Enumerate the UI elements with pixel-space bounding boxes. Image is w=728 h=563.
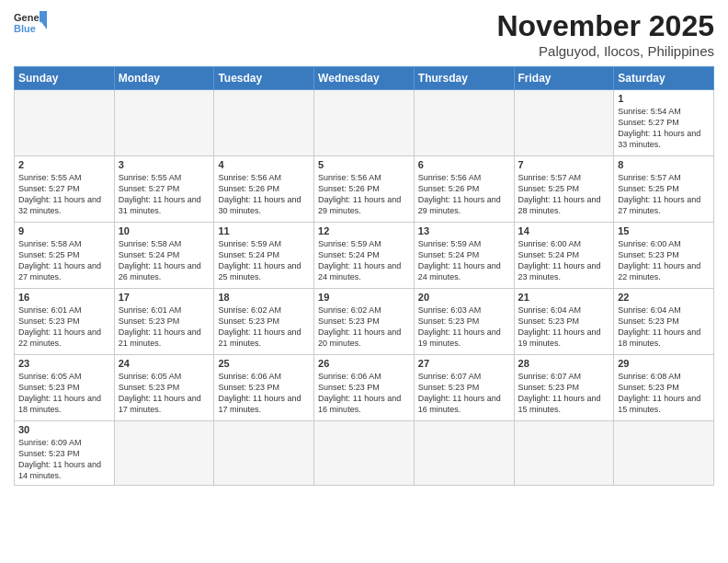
- day-info: Sunrise: 5:57 AM Sunset: 5:25 PM Dayligh…: [518, 172, 610, 217]
- day-number: 13: [418, 225, 510, 236]
- calendar-cell: [314, 421, 415, 486]
- day-info: Sunrise: 5:56 AM Sunset: 5:26 PM Dayligh…: [418, 172, 510, 217]
- day-info: Sunrise: 5:54 AM Sunset: 5:27 PM Dayligh…: [618, 106, 710, 151]
- calendar-cell: [414, 421, 514, 486]
- day-info: Sunrise: 5:59 AM Sunset: 5:24 PM Dayligh…: [418, 238, 510, 283]
- day-info: Sunrise: 6:03 AM Sunset: 5:23 PM Dayligh…: [418, 304, 510, 350]
- day-number: 19: [318, 292, 410, 303]
- day-number: 10: [119, 225, 210, 236]
- day-number: 2: [18, 159, 110, 170]
- calendar-week-2: 2Sunrise: 5:55 AM Sunset: 5:27 PM Daylig…: [15, 156, 714, 223]
- location-subtitle: Palguyod, Ilocos, Philippines: [496, 43, 714, 59]
- day-info: Sunrise: 6:01 AM Sunset: 5:23 PM Dayligh…: [119, 304, 210, 350]
- day-number: 5: [318, 159, 410, 170]
- day-number: 28: [518, 358, 610, 369]
- day-info: Sunrise: 6:00 AM Sunset: 5:24 PM Dayligh…: [518, 238, 610, 283]
- day-number: 8: [618, 159, 710, 170]
- calendar-cell: 19Sunrise: 6:02 AM Sunset: 5:23 PM Dayli…: [314, 289, 415, 355]
- day-number: 3: [119, 159, 210, 170]
- calendar-cell: 14Sunrise: 6:00 AM Sunset: 5:24 PM Dayli…: [514, 223, 614, 289]
- calendar-cell: [414, 90, 514, 156]
- svg-text:Blue: Blue: [14, 23, 36, 34]
- day-number: 30: [18, 424, 110, 435]
- calendar-cell: 4Sunrise: 5:56 AM Sunset: 5:26 PM Daylig…: [214, 156, 314, 223]
- calendar-cell: [114, 421, 214, 486]
- calendar-table: Sunday Monday Tuesday Wednesday Thursday…: [14, 66, 714, 486]
- day-info: Sunrise: 5:58 AM Sunset: 5:24 PM Dayligh…: [119, 238, 210, 283]
- day-info: Sunrise: 6:04 AM Sunset: 5:23 PM Dayligh…: [518, 304, 610, 350]
- calendar-cell: [314, 90, 415, 156]
- day-number: 17: [119, 292, 210, 303]
- day-number: 6: [418, 159, 510, 170]
- day-info: Sunrise: 6:06 AM Sunset: 5:23 PM Dayligh…: [218, 371, 310, 416]
- header-row: Sunday Monday Tuesday Wednesday Thursday…: [15, 67, 714, 90]
- day-info: Sunrise: 6:08 AM Sunset: 5:23 PM Dayligh…: [618, 371, 710, 416]
- day-number: 4: [218, 159, 310, 170]
- logo: General Blue: [14, 9, 47, 35]
- calendar-cell: 11Sunrise: 5:59 AM Sunset: 5:24 PM Dayli…: [214, 223, 314, 289]
- col-friday: Friday: [514, 67, 614, 90]
- calendar-cell: 5Sunrise: 5:56 AM Sunset: 5:26 PM Daylig…: [314, 156, 415, 223]
- day-info: Sunrise: 6:02 AM Sunset: 5:23 PM Dayligh…: [318, 304, 410, 350]
- title-area: November 2025 Palguyod, Ilocos, Philippi…: [496, 9, 714, 59]
- day-number: 27: [418, 358, 510, 369]
- calendar-cell: [114, 90, 214, 156]
- calendar-cell: 26Sunrise: 6:06 AM Sunset: 5:23 PM Dayli…: [314, 355, 415, 421]
- calendar-week-1: 1Sunrise: 5:54 AM Sunset: 5:27 PM Daylig…: [15, 90, 714, 156]
- day-info: Sunrise: 5:59 AM Sunset: 5:24 PM Dayligh…: [318, 238, 410, 283]
- calendar-cell: 13Sunrise: 5:59 AM Sunset: 5:24 PM Dayli…: [414, 223, 514, 289]
- day-info: Sunrise: 6:05 AM Sunset: 5:23 PM Dayligh…: [119, 371, 210, 416]
- day-number: 1: [618, 93, 710, 104]
- day-info: Sunrise: 6:01 AM Sunset: 5:23 PM Dayligh…: [18, 304, 110, 350]
- calendar-cell: 23Sunrise: 6:05 AM Sunset: 5:23 PM Dayli…: [15, 355, 115, 421]
- calendar-cell: 24Sunrise: 6:05 AM Sunset: 5:23 PM Dayli…: [114, 355, 214, 421]
- calendar-cell: 25Sunrise: 6:06 AM Sunset: 5:23 PM Dayli…: [214, 355, 314, 421]
- calendar-week-6: 30Sunrise: 6:09 AM Sunset: 5:23 PM Dayli…: [15, 421, 714, 486]
- calendar-cell: 22Sunrise: 6:04 AM Sunset: 5:23 PM Dayli…: [614, 289, 714, 355]
- calendar-cell: 27Sunrise: 6:07 AM Sunset: 5:23 PM Dayli…: [414, 355, 514, 421]
- calendar-cell: [214, 90, 314, 156]
- calendar-cell: 2Sunrise: 5:55 AM Sunset: 5:27 PM Daylig…: [15, 156, 115, 223]
- day-info: Sunrise: 6:07 AM Sunset: 5:23 PM Dayligh…: [518, 371, 610, 416]
- calendar-cell: 6Sunrise: 5:56 AM Sunset: 5:26 PM Daylig…: [414, 156, 514, 223]
- day-info: Sunrise: 5:56 AM Sunset: 5:26 PM Dayligh…: [318, 172, 410, 217]
- day-info: Sunrise: 6:00 AM Sunset: 5:23 PM Dayligh…: [618, 238, 710, 283]
- day-info: Sunrise: 5:55 AM Sunset: 5:27 PM Dayligh…: [18, 172, 110, 217]
- day-info: Sunrise: 6:05 AM Sunset: 5:23 PM Dayligh…: [18, 371, 110, 416]
- day-info: Sunrise: 5:58 AM Sunset: 5:25 PM Dayligh…: [18, 238, 110, 283]
- calendar-cell: 28Sunrise: 6:07 AM Sunset: 5:23 PM Dayli…: [514, 355, 614, 421]
- calendar-cell: 9Sunrise: 5:58 AM Sunset: 5:25 PM Daylig…: [15, 223, 115, 289]
- calendar-week-3: 9Sunrise: 5:58 AM Sunset: 5:25 PM Daylig…: [15, 223, 714, 289]
- day-info: Sunrise: 6:09 AM Sunset: 5:23 PM Dayligh…: [18, 437, 110, 482]
- calendar-cell: 8Sunrise: 5:57 AM Sunset: 5:25 PM Daylig…: [614, 156, 714, 223]
- calendar-cell: 21Sunrise: 6:04 AM Sunset: 5:23 PM Dayli…: [514, 289, 614, 355]
- day-number: 15: [618, 225, 710, 236]
- day-info: Sunrise: 6:04 AM Sunset: 5:23 PM Dayligh…: [618, 304, 710, 350]
- calendar-week-4: 16Sunrise: 6:01 AM Sunset: 5:23 PM Dayli…: [15, 289, 714, 355]
- day-info: Sunrise: 5:55 AM Sunset: 5:27 PM Dayligh…: [119, 172, 210, 217]
- calendar-cell: 16Sunrise: 6:01 AM Sunset: 5:23 PM Dayli…: [15, 289, 115, 355]
- day-number: 23: [18, 358, 110, 369]
- col-sunday: Sunday: [15, 67, 115, 90]
- day-number: 24: [119, 358, 210, 369]
- calendar-cell: 10Sunrise: 5:58 AM Sunset: 5:24 PM Dayli…: [114, 223, 214, 289]
- calendar-cell: 1Sunrise: 5:54 AM Sunset: 5:27 PM Daylig…: [614, 90, 714, 156]
- day-number: 9: [18, 225, 110, 236]
- day-number: 16: [18, 292, 110, 303]
- logo-icon: General Blue: [14, 9, 47, 35]
- calendar-cell: [514, 90, 614, 156]
- col-thursday: Thursday: [414, 67, 514, 90]
- calendar-cell: [214, 421, 314, 486]
- day-number: 12: [318, 225, 410, 236]
- calendar-cell: 29Sunrise: 6:08 AM Sunset: 5:23 PM Dayli…: [614, 355, 714, 421]
- day-number: 22: [618, 292, 710, 303]
- day-number: 25: [218, 358, 310, 369]
- day-info: Sunrise: 5:57 AM Sunset: 5:25 PM Dayligh…: [618, 172, 710, 217]
- day-number: 14: [518, 225, 610, 236]
- calendar-week-5: 23Sunrise: 6:05 AM Sunset: 5:23 PM Dayli…: [15, 355, 714, 421]
- day-info: Sunrise: 5:59 AM Sunset: 5:24 PM Dayligh…: [218, 238, 310, 283]
- main-container: General Blue November 2025 Palguyod, Ilo…: [0, 0, 728, 495]
- day-info: Sunrise: 5:56 AM Sunset: 5:26 PM Dayligh…: [218, 172, 310, 217]
- day-info: Sunrise: 6:02 AM Sunset: 5:23 PM Dayligh…: [218, 304, 310, 350]
- day-info: Sunrise: 6:07 AM Sunset: 5:23 PM Dayligh…: [418, 371, 510, 416]
